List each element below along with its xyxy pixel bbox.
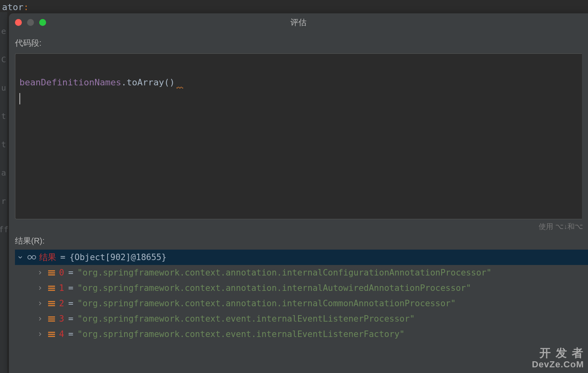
array-value: "org.springframework.context.annotation.…: [77, 268, 491, 278]
cursor-line: [19, 90, 578, 104]
array-index: 2: [59, 299, 64, 308]
result-item-row[interactable]: 2 = "org.springframework.context.annotat…: [15, 296, 588, 311]
result-item-row[interactable]: 1 = "org.springframework.context.annotat…: [15, 280, 588, 296]
gutter-char: C: [1, 55, 6, 66]
array-value: "org.springframework.context.event.inter…: [77, 314, 415, 324]
array-element-icon: [47, 284, 56, 292]
maximize-button[interactable]: [39, 19, 46, 26]
equals-sign: =: [68, 314, 74, 324]
results-section: 结果(R): 结果 = {Object[902]@18655}: [9, 235, 588, 373]
result-item-row[interactable]: 0 = "org.springframework.context.annotat…: [15, 265, 588, 280]
code-label: 代码段:: [15, 38, 582, 49]
result-root-name: 结果: [39, 252, 56, 263]
equals-sign: =: [68, 268, 74, 278]
array-element-icon: [47, 299, 56, 307]
equals-sign: =: [68, 283, 74, 293]
dialog-title: 评估: [290, 17, 307, 28]
array-index: 0: [59, 268, 64, 278]
gutter-char: u: [1, 83, 6, 94]
result-item-row[interactable]: 4 = "org.springframework.context.event.i…: [15, 326, 588, 342]
chevron-right-icon[interactable]: [36, 270, 44, 275]
code-variable: beanDefinitionNames: [19, 77, 121, 87]
code-editor[interactable]: beanDefinitionNames.toArray()~~: [15, 53, 582, 219]
keyboard-hint: 使用 ⌥↓和⌥: [9, 219, 588, 235]
svg-point-1: [32, 256, 36, 259]
results-tree[interactable]: 结果 = {Object[902]@18655} 0 = "org.spring…: [15, 250, 588, 373]
chevron-right-icon[interactable]: [36, 316, 44, 321]
chevron-right-icon[interactable]: [36, 286, 44, 290]
text-cursor: [19, 93, 20, 104]
array-element-icon: [47, 269, 56, 277]
traffic-lights: [15, 19, 46, 26]
editor-gutter: e C u t t a r ff: [0, 12, 7, 373]
gutter-char: ff: [0, 225, 8, 236]
minimize-button[interactable]: [27, 19, 34, 26]
result-root-row[interactable]: 结果 = {Object[902]@18655}: [15, 250, 588, 265]
glasses-icon: [27, 253, 36, 261]
equals-sign: =: [68, 329, 74, 339]
array-element-icon: [47, 330, 56, 338]
dialog-titlebar[interactable]: 评估: [9, 13, 588, 32]
equals-sign: =: [68, 299, 74, 308]
array-index: 4: [59, 329, 64, 339]
warning-underline: ~~: [175, 80, 183, 87]
gutter-char: t: [1, 140, 6, 151]
array-index: 3: [59, 314, 64, 324]
array-index: 1: [59, 283, 64, 293]
results-label: 结果(R):: [15, 235, 588, 246]
chevron-right-icon[interactable]: [36, 301, 44, 306]
result-item-row[interactable]: 3 = "org.springframework.context.event.i…: [15, 311, 588, 326]
result-root-value: {Object[902]@18655}: [70, 252, 167, 262]
code-method-call: .toArray(): [121, 77, 175, 87]
gutter-char: r: [1, 196, 6, 208]
svg-point-0: [28, 256, 32, 259]
code-section: 代码段: beanDefinitionNames.toArray()~~: [9, 32, 588, 219]
chevron-right-icon[interactable]: [36, 332, 44, 337]
array-value: "org.springframework.context.annotation.…: [77, 283, 471, 293]
code-line: beanDefinitionNames.toArray()~~: [19, 76, 578, 90]
evaluate-dialog: 评估 代码段: beanDefinitionNames.toArray()~~ …: [9, 13, 588, 373]
bg-colon: :: [23, 2, 29, 12]
gutter-char: a: [1, 168, 6, 179]
chevron-down-icon[interactable]: [16, 255, 24, 260]
array-value: "org.springframework.context.annotation.…: [77, 299, 456, 308]
close-button[interactable]: [15, 19, 22, 26]
gutter-char: t: [1, 111, 6, 123]
gutter-char: e: [1, 26, 6, 38]
equals-sign: =: [60, 252, 66, 262]
array-element-icon: [47, 315, 56, 323]
array-value: "org.springframework.context.event.inter…: [77, 329, 404, 339]
bg-code-text: ator: [2, 2, 23, 12]
